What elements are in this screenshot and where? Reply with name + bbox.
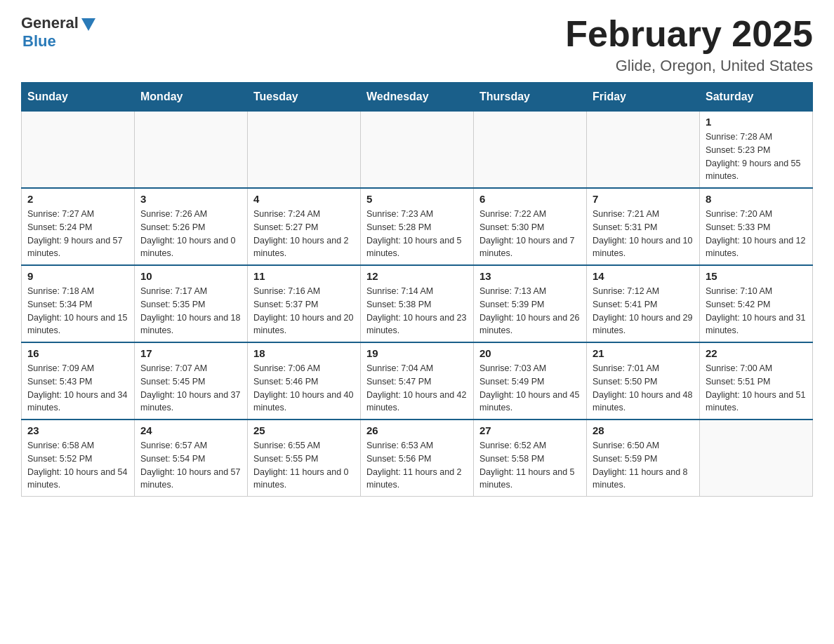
calendar-cell (22, 111, 135, 188)
calendar-cell (135, 111, 248, 188)
calendar-cell: 16Sunrise: 7:09 AMSunset: 5:43 PMDayligh… (22, 342, 135, 420)
calendar-cell: 2Sunrise: 7:27 AMSunset: 5:24 PMDaylight… (22, 188, 135, 265)
calendar-cell: 20Sunrise: 7:03 AMSunset: 5:49 PMDayligh… (474, 342, 587, 420)
calendar-cell: 19Sunrise: 7:04 AMSunset: 5:47 PMDayligh… (361, 342, 474, 420)
day-info: Sunrise: 7:01 AMSunset: 5:50 PMDaylight:… (593, 362, 694, 415)
day-info: Sunrise: 7:16 AMSunset: 5:37 PMDaylight:… (253, 285, 355, 337)
calendar-week-row: 23Sunrise: 6:58 AMSunset: 5:52 PMDayligh… (22, 420, 813, 497)
calendar-cell: 11Sunrise: 7:16 AMSunset: 5:37 PMDayligh… (248, 265, 361, 342)
day-info: Sunrise: 6:55 AMSunset: 5:55 PMDaylight:… (253, 439, 355, 492)
logo-triangle-icon (81, 18, 95, 31)
calendar-week-row: 1Sunrise: 7:28 AMSunset: 5:23 PMDaylight… (22, 111, 813, 188)
calendar-cell: 15Sunrise: 7:10 AMSunset: 5:42 PMDayligh… (700, 265, 813, 342)
calendar-cell: 3Sunrise: 7:26 AMSunset: 5:26 PMDaylight… (135, 188, 248, 265)
day-info: Sunrise: 7:28 AMSunset: 5:23 PMDaylight:… (706, 130, 807, 183)
day-number: 2 (27, 193, 128, 205)
day-info: Sunrise: 7:21 AMSunset: 5:31 PMDaylight:… (593, 208, 694, 260)
day-number: 1 (706, 116, 807, 128)
day-number: 20 (479, 347, 581, 359)
day-info: Sunrise: 7:00 AMSunset: 5:51 PMDaylight:… (706, 362, 807, 415)
day-number: 9 (27, 270, 128, 282)
day-info: Sunrise: 6:52 AMSunset: 5:58 PMDaylight:… (479, 439, 581, 492)
day-number: 25 (253, 424, 355, 436)
day-number: 6 (479, 193, 581, 205)
day-info: Sunrise: 6:57 AMSunset: 5:54 PMDaylight:… (140, 439, 241, 492)
weekday-header-thursday: Thursday (474, 83, 587, 111)
logo-blue-text: Blue (22, 32, 56, 51)
calendar-cell: 12Sunrise: 7:14 AMSunset: 5:38 PMDayligh… (361, 265, 474, 342)
day-number: 27 (479, 424, 581, 436)
calendar-cell (248, 111, 361, 188)
day-info: Sunrise: 7:12 AMSunset: 5:41 PMDaylight:… (593, 285, 694, 337)
calendar-cell: 7Sunrise: 7:21 AMSunset: 5:31 PMDaylight… (587, 188, 700, 265)
day-number: 12 (366, 270, 468, 282)
day-number: 22 (706, 347, 807, 359)
calendar-week-row: 2Sunrise: 7:27 AMSunset: 5:24 PMDaylight… (22, 188, 813, 265)
calendar-location: Glide, Oregon, United States (565, 57, 813, 75)
calendar-cell: 17Sunrise: 7:07 AMSunset: 5:45 PMDayligh… (135, 342, 248, 420)
calendar-cell: 14Sunrise: 7:12 AMSunset: 5:41 PMDayligh… (587, 265, 700, 342)
day-number: 24 (140, 424, 241, 436)
calendar-table: SundayMondayTuesdayWednesdayThursdayFrid… (21, 82, 813, 497)
title-block: February 2025 Glide, Oregon, United Stat… (565, 14, 813, 75)
day-number: 28 (593, 424, 694, 436)
calendar-cell (587, 111, 700, 188)
day-number: 4 (253, 193, 355, 205)
calendar-cell: 28Sunrise: 6:50 AMSunset: 5:59 PMDayligh… (587, 420, 700, 497)
day-info: Sunrise: 7:03 AMSunset: 5:49 PMDaylight:… (479, 362, 581, 415)
day-info: Sunrise: 7:20 AMSunset: 5:33 PMDaylight:… (706, 208, 807, 260)
page-header: General Blue February 2025 Glide, Oregon… (21, 14, 813, 75)
calendar-title: February 2025 (565, 14, 813, 54)
day-number: 3 (140, 193, 241, 205)
day-number: 16 (27, 347, 128, 359)
calendar-cell: 8Sunrise: 7:20 AMSunset: 5:33 PMDaylight… (700, 188, 813, 265)
calendar-cell: 10Sunrise: 7:17 AMSunset: 5:35 PMDayligh… (135, 265, 248, 342)
calendar-cell: 25Sunrise: 6:55 AMSunset: 5:55 PMDayligh… (248, 420, 361, 497)
day-info: Sunrise: 7:10 AMSunset: 5:42 PMDaylight:… (706, 285, 807, 337)
day-number: 10 (140, 270, 241, 282)
day-number: 18 (253, 347, 355, 359)
calendar-cell: 23Sunrise: 6:58 AMSunset: 5:52 PMDayligh… (22, 420, 135, 497)
calendar-cell: 13Sunrise: 7:13 AMSunset: 5:39 PMDayligh… (474, 265, 587, 342)
calendar-week-row: 16Sunrise: 7:09 AMSunset: 5:43 PMDayligh… (22, 342, 813, 420)
day-number: 13 (479, 270, 581, 282)
weekday-header-sunday: Sunday (22, 83, 135, 111)
day-number: 5 (366, 193, 468, 205)
day-number: 23 (27, 424, 128, 436)
calendar-cell: 27Sunrise: 6:52 AMSunset: 5:58 PMDayligh… (474, 420, 587, 497)
day-info: Sunrise: 7:23 AMSunset: 5:28 PMDaylight:… (366, 208, 468, 260)
day-number: 17 (140, 347, 241, 359)
calendar-week-row: 9Sunrise: 7:18 AMSunset: 5:34 PMDaylight… (22, 265, 813, 342)
calendar-cell: 9Sunrise: 7:18 AMSunset: 5:34 PMDaylight… (22, 265, 135, 342)
weekday-header-monday: Monday (135, 83, 248, 111)
day-info: Sunrise: 6:53 AMSunset: 5:56 PMDaylight:… (366, 439, 468, 492)
logo-general-text: General (21, 14, 79, 32)
weekday-header-saturday: Saturday (700, 83, 813, 111)
day-info: Sunrise: 6:58 AMSunset: 5:52 PMDaylight:… (27, 439, 128, 492)
day-number: 11 (253, 270, 355, 282)
calendar-cell: 22Sunrise: 7:00 AMSunset: 5:51 PMDayligh… (700, 342, 813, 420)
day-info: Sunrise: 7:09 AMSunset: 5:43 PMDaylight:… (27, 362, 128, 415)
day-number: 8 (706, 193, 807, 205)
logo: General Blue (21, 14, 95, 51)
calendar-cell: 21Sunrise: 7:01 AMSunset: 5:50 PMDayligh… (587, 342, 700, 420)
day-info: Sunrise: 7:13 AMSunset: 5:39 PMDaylight:… (479, 285, 581, 337)
day-info: Sunrise: 7:22 AMSunset: 5:30 PMDaylight:… (479, 208, 581, 260)
calendar-cell: 26Sunrise: 6:53 AMSunset: 5:56 PMDayligh… (361, 420, 474, 497)
day-info: Sunrise: 7:06 AMSunset: 5:46 PMDaylight:… (253, 362, 355, 415)
day-info: Sunrise: 7:24 AMSunset: 5:27 PMDaylight:… (253, 208, 355, 260)
calendar-cell: 6Sunrise: 7:22 AMSunset: 5:30 PMDaylight… (474, 188, 587, 265)
calendar-cell: 1Sunrise: 7:28 AMSunset: 5:23 PMDaylight… (700, 111, 813, 188)
day-info: Sunrise: 7:04 AMSunset: 5:47 PMDaylight:… (366, 362, 468, 415)
calendar-cell: 18Sunrise: 7:06 AMSunset: 5:46 PMDayligh… (248, 342, 361, 420)
calendar-header-row: SundayMondayTuesdayWednesdayThursdayFrid… (22, 83, 813, 111)
day-number: 26 (366, 424, 468, 436)
calendar-cell (474, 111, 587, 188)
day-number: 19 (366, 347, 468, 359)
weekday-header-tuesday: Tuesday (248, 83, 361, 111)
day-number: 14 (593, 270, 694, 282)
weekday-header-friday: Friday (587, 83, 700, 111)
calendar-cell: 4Sunrise: 7:24 AMSunset: 5:27 PMDaylight… (248, 188, 361, 265)
day-info: Sunrise: 7:07 AMSunset: 5:45 PMDaylight:… (140, 362, 241, 415)
day-number: 15 (706, 270, 807, 282)
